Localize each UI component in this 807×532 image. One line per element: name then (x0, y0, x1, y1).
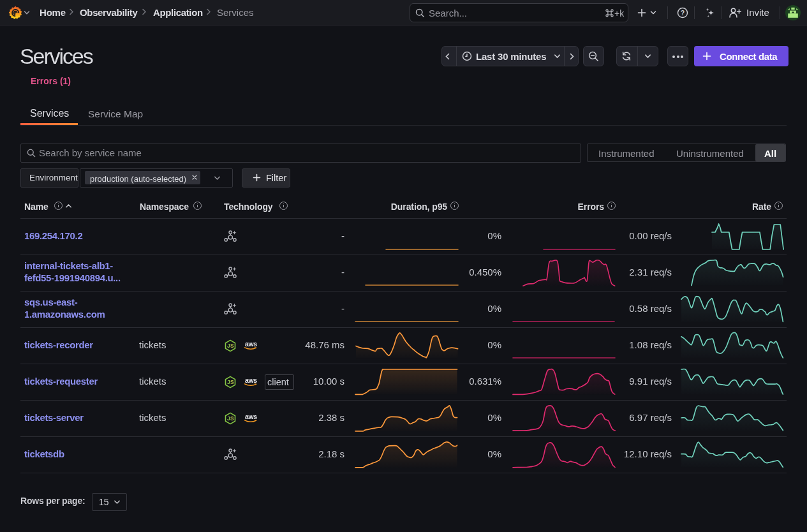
svg-text:?: ? (681, 9, 685, 17)
